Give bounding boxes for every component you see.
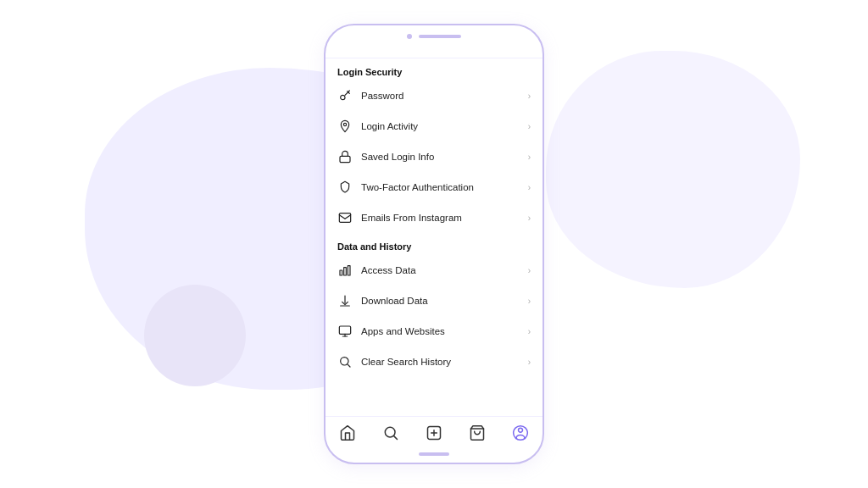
svg-rect-4 — [340, 270, 342, 275]
chevron-icon-login-activity: › — [528, 122, 531, 131]
chevron-icon-download-data: › — [528, 297, 531, 306]
phone-speaker — [419, 35, 461, 38]
location-icon — [337, 119, 353, 134]
background-blob-3 — [546, 51, 800, 288]
chevron-icon-saved-login: › — [528, 152, 531, 162]
chevron-icon-clear-search: › — [528, 358, 531, 367]
menu-item-download-data[interactable]: Download Data› — [326, 286, 542, 316]
monitor-icon — [337, 324, 353, 339]
svg-rect-3 — [339, 214, 350, 223]
camera-dot — [407, 34, 412, 39]
bar-chart-icon — [337, 263, 353, 278]
menu-item-apps-websites[interactable]: Apps and Websites› — [326, 316, 542, 347]
svg-rect-7 — [339, 326, 350, 334]
menu-item-access-data[interactable]: Access Data› — [326, 255, 542, 286]
bottom-nav — [326, 416, 542, 447]
nav-icon-search[interactable] — [381, 424, 400, 442]
phone-frame: Login SecurityPassword›Login Activity›Sa… — [324, 24, 544, 464]
nav-icon-shop[interactable] — [468, 424, 487, 442]
chevron-icon-apps-websites: › — [528, 327, 531, 336]
section-label-data-history: Data and History — [326, 233, 542, 255]
nav-icon-add[interactable] — [425, 424, 443, 442]
item-label-apps-websites: Apps and Websites — [361, 326, 528, 336]
item-label-download-data: Download Data — [361, 296, 528, 306]
email-icon — [337, 210, 353, 225]
svg-rect-6 — [348, 266, 350, 275]
screen-header — [326, 44, 542, 58]
item-label-password: Password — [361, 91, 528, 101]
phone-screen: Login SecurityPassword›Login Activity›Sa… — [326, 44, 542, 447]
svg-point-0 — [341, 95, 345, 99]
chevron-icon-access-data: › — [528, 266, 531, 275]
svg-point-9 — [385, 427, 395, 437]
nav-icon-home[interactable] — [338, 424, 357, 442]
chevron-icon-two-factor: › — [528, 183, 531, 192]
background-blob-2 — [144, 285, 246, 386]
item-label-clear-search: Clear Search History — [361, 357, 528, 367]
menu-list: Login SecurityPassword›Login Activity›Sa… — [326, 58, 542, 416]
item-label-access-data: Access Data — [361, 265, 528, 275]
nav-icon-profile[interactable] — [511, 424, 530, 442]
section-label-login-security: Login Security — [326, 58, 542, 80]
lock-icon — [337, 149, 353, 164]
svg-rect-2 — [340, 156, 350, 162]
download-icon — [337, 293, 353, 308]
chevron-icon-password: › — [528, 92, 531, 101]
menu-item-two-factor[interactable]: Two-Factor Authentication› — [326, 172, 542, 202]
phone-notch — [326, 25, 542, 44]
key-icon — [337, 88, 353, 103]
menu-item-saved-login[interactable]: Saved Login Info› — [326, 141, 542, 172]
home-bar — [419, 452, 449, 456]
item-label-saved-login: Saved Login Info — [361, 152, 528, 162]
item-label-two-factor: Two-Factor Authentication — [361, 182, 528, 192]
menu-item-login-activity[interactable]: Login Activity› — [326, 111, 542, 141]
item-label-emails: Emails From Instagram — [361, 213, 528, 223]
svg-point-8 — [341, 358, 348, 365]
phone-wrapper: Login SecurityPassword›Login Activity›Sa… — [324, 24, 544, 464]
menu-item-emails[interactable]: Emails From Instagram› — [326, 202, 542, 233]
item-label-login-activity: Login Activity — [361, 121, 528, 131]
svg-rect-5 — [344, 268, 347, 275]
svg-point-13 — [519, 428, 523, 432]
menu-item-password[interactable]: Password› — [326, 80, 542, 111]
menu-item-clear-search[interactable]: Clear Search History› — [326, 347, 542, 377]
chevron-icon-emails: › — [528, 214, 531, 223]
search-icon — [337, 354, 353, 369]
home-indicator — [326, 447, 542, 463]
svg-point-1 — [343, 123, 346, 125]
shield-2fa-icon — [337, 180, 353, 195]
